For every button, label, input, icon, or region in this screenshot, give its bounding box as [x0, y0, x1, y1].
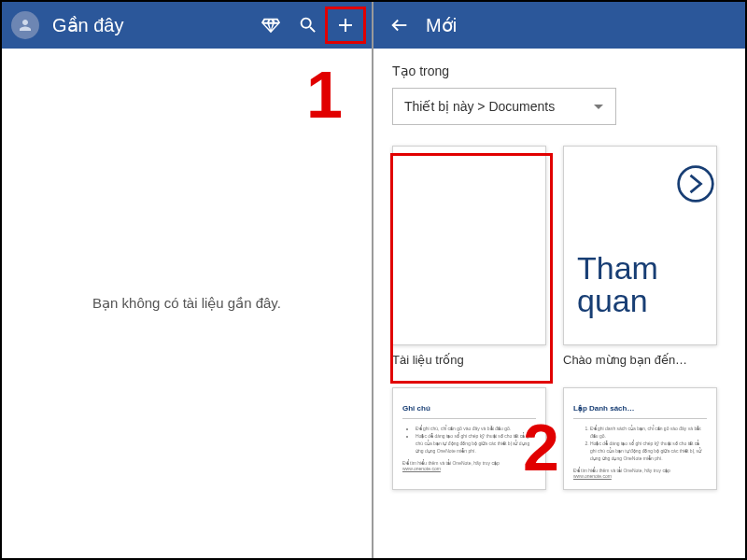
location-dropdown[interactable]: Thiết bị này > Documents	[392, 88, 616, 125]
plus-icon	[334, 14, 357, 36]
doc-footer: Để tìm hiểu thêm và tải OneNote, hãy tru…	[573, 468, 707, 479]
arrow-right-circle-icon	[675, 163, 716, 208]
template-welcome-tour[interactable]: Tham quan	[563, 146, 717, 345]
new-screen: Mới Tạo trong Thiết bị này > Documents T…	[374, 2, 745, 558]
page-title-recent: Gần đây	[52, 14, 250, 36]
back-button[interactable]	[383, 8, 416, 42]
location-dropdown-value: Thiết bị này > Documents	[404, 99, 593, 114]
caret-down-icon	[593, 98, 604, 115]
template-caption: Tài liệu trống	[392, 353, 546, 367]
person-icon	[17, 17, 34, 34]
svg-point-0	[679, 167, 713, 202]
diamond-icon	[261, 15, 281, 35]
template-caption: Chào mừng bạn đến…	[563, 353, 717, 367]
create-in-label: Tạo trong	[392, 63, 726, 78]
doc-footer: Để tìm hiểu thêm và tải OneNote, hãy tru…	[402, 460, 536, 471]
tour-text: Tham quan	[577, 252, 716, 344]
doc-preview-lines: Để ghi chú, chỉ cần gõ vào đây và bắt đầ…	[402, 425, 536, 455]
doc-title: Ghi chú	[402, 404, 430, 413]
template-make-list[interactable]: Lập Danh sách… Để ghi danh sách của bạn,…	[563, 387, 717, 490]
page-title-new: Mới	[426, 14, 457, 36]
doc-preview-lines: Để ghi danh sách của bạn, chỉ cần gõ vào…	[573, 425, 707, 462]
topbar-right: Mới	[374, 2, 745, 49]
new-button[interactable]	[329, 8, 362, 42]
topbar-left: Gần đây	[2, 2, 372, 49]
template-notes[interactable]: Ghi chú Để ghi chú, chỉ cần gõ vào đây v…	[392, 387, 546, 490]
profile-avatar[interactable]	[11, 11, 39, 39]
search-button[interactable]	[291, 8, 325, 42]
doc-title: Lập Danh sách…	[573, 404, 634, 413]
recent-empty-state: Bạn không có tài liệu gần đây.	[2, 49, 372, 558]
new-body: Tạo trong Thiết bị này > Documents Tài l…	[374, 49, 745, 558]
recent-screen: Gần đây Bạn không có tài liệu gần đây.	[2, 2, 374, 558]
premium-button[interactable]	[254, 8, 288, 42]
search-icon	[298, 15, 318, 35]
arrow-left-icon	[389, 15, 410, 35]
template-blank-document[interactable]	[392, 146, 546, 345]
empty-message: Bạn không có tài liệu gần đây.	[92, 295, 281, 312]
